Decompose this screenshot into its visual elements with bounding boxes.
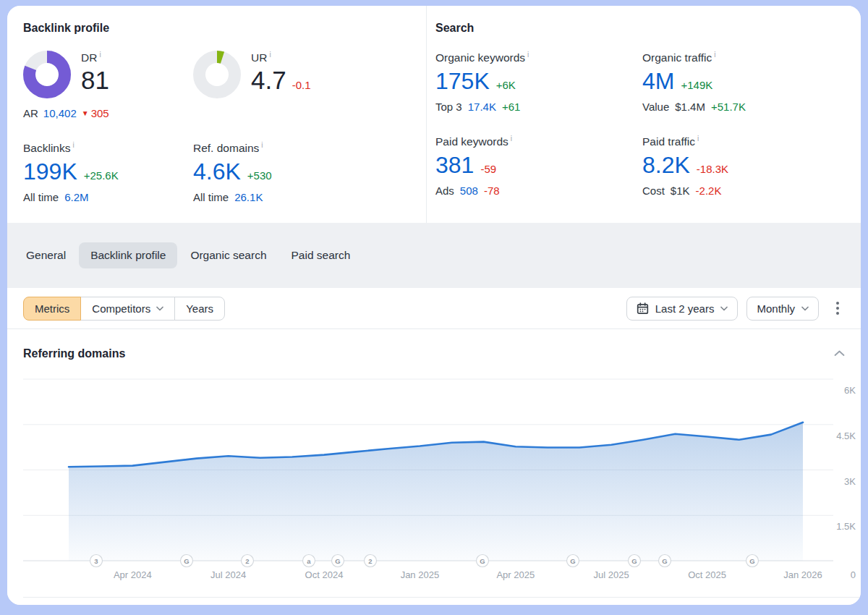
organic-traffic-delta: +149K [681, 80, 712, 91]
search-title: Search [435, 22, 861, 35]
stats-card: Backlink profile DRi 81 [7, 6, 861, 223]
svg-text:a: a [307, 557, 311, 565]
paid-keywords-delta: -59 [480, 164, 496, 175]
granularity-button[interactable]: Monthly [746, 297, 819, 321]
ar-delta: 305 [91, 107, 109, 119]
info-icon[interactable]: i [511, 135, 512, 143]
info-icon[interactable]: i [527, 51, 529, 59]
competitors-segment[interactable]: Competitors [80, 297, 175, 321]
ads-value[interactable]: 508 [460, 184, 478, 197]
top3-value[interactable]: 17.4K [468, 101, 496, 113]
backlink-profile-section: Backlink profile DRi 81 [7, 6, 427, 223]
organic-traffic-metric: Organic traffici 4M+149K Value$1.4M+51.7… [642, 51, 861, 113]
ref-domains-metric: Ref. domainsi 4.6K+530 All time26.1K [193, 141, 426, 203]
svg-text:2: 2 [368, 557, 372, 565]
cost-delta: -2.2K [696, 184, 722, 197]
top3-label: Top 3 [435, 101, 462, 113]
organic-keywords-value[interactable]: 175K [435, 69, 490, 94]
more-options-kebab-icon[interactable] [830, 299, 845, 318]
value-label: Value [642, 101, 669, 113]
svg-text:2: 2 [245, 557, 249, 565]
ar-value[interactable]: 10,402 [43, 107, 77, 119]
dr-metric: DRi 81 AR 10,402 ▼ 305 [23, 51, 193, 119]
paid-traffic-value[interactable]: 8.2K [642, 153, 690, 178]
svg-text:Jul 2025: Jul 2025 [594, 569, 629, 580]
info-icon[interactable]: i [99, 51, 101, 59]
search-section: Search Organic keywordsi 175K+6K Top 317… [427, 6, 861, 223]
all-time-value[interactable]: 6.2M [64, 191, 88, 203]
svg-text:G: G [631, 557, 637, 565]
svg-text:0: 0 [851, 569, 856, 580]
svg-text:G: G [184, 557, 189, 565]
info-icon[interactable]: i [697, 135, 699, 143]
svg-text:G: G [749, 557, 754, 565]
arrow-down-icon: ▼ [82, 109, 89, 117]
chevron-down-icon [156, 306, 163, 311]
referring-domains-chart[interactable]: 6K4.5K3K1.5KApr 2024Jul 2024Oct 2024Jan … [23, 373, 861, 590]
svg-text:4.5K: 4.5K [836, 430, 856, 441]
paid-traffic-label: Paid traffici [642, 135, 861, 148]
collapse-chevron-up-icon[interactable] [834, 350, 845, 357]
organic-traffic-value[interactable]: 4M [642, 69, 674, 94]
organic-keywords-metric: Organic keywordsi 175K+6K Top 317.4K+61 [435, 51, 642, 113]
info-icon[interactable]: i [261, 141, 263, 149]
svg-text:Apr 2024: Apr 2024 [114, 569, 152, 580]
tab-general[interactable]: General [14, 242, 77, 268]
organic-keywords-label: Organic keywordsi [435, 51, 642, 64]
ref-domains-value[interactable]: 4.6K [193, 160, 241, 184]
svg-text:1.5K: 1.5K [836, 521, 856, 532]
backlink-profile-title: Backlink profile [23, 22, 426, 35]
granularity-label: Monthly [757, 302, 795, 315]
dr-donut-chart [23, 51, 71, 98]
svg-text:Jan 2025: Jan 2025 [401, 569, 440, 580]
ref-domains-label: Ref. domainsi [193, 141, 426, 155]
svg-text:G: G [662, 557, 667, 565]
all-time-value[interactable]: 26.1K [234, 191, 263, 203]
svg-text:3K: 3K [844, 476, 856, 487]
svg-text:6K: 6K [844, 385, 856, 396]
svg-text:3: 3 [94, 557, 98, 565]
view-segmented-control: Metrics Competitors Years [23, 297, 225, 321]
organic-traffic-label: Organic traffici [642, 51, 861, 64]
value-amount: $1.4M [675, 101, 705, 113]
ar-label: AR [23, 107, 38, 119]
backlinks-value[interactable]: 199K [23, 160, 77, 184]
tab-organic-search[interactable]: Organic search [179, 242, 278, 268]
metrics-segment[interactable]: Metrics [23, 297, 81, 321]
backlink-report-card: Metrics Competitors Years [7, 288, 861, 605]
svg-text:Jan 2026: Jan 2026 [783, 569, 822, 580]
info-icon[interactable]: i [269, 51, 271, 59]
overview-panel: Backlink profile DRi 81 [7, 6, 861, 605]
paid-keywords-label: Paid keywordsi [435, 135, 642, 148]
tab-paid-search[interactable]: Paid search [280, 242, 362, 268]
paid-keywords-value[interactable]: 381 [435, 153, 474, 178]
dr-label: DRi [81, 51, 109, 64]
info-icon[interactable]: i [714, 51, 715, 59]
dr-value: 81 [81, 67, 109, 95]
ads-label: Ads [435, 184, 454, 197]
svg-text:Jul 2024: Jul 2024 [210, 569, 246, 580]
svg-text:G: G [480, 557, 485, 565]
info-icon[interactable]: i [72, 141, 74, 149]
report-tabs: General Backlink profile Organic search … [7, 223, 861, 288]
chart-title: Referring domains [23, 347, 125, 360]
years-segment[interactable]: Years [174, 297, 225, 321]
ar-row: AR 10,402 ▼ 305 [23, 107, 193, 119]
paid-keywords-metric: Paid keywordsi 381-59 Ads508-78 [435, 135, 642, 197]
ref-domains-delta: +530 [247, 170, 272, 182]
paid-traffic-metric: Paid traffici 8.2K-18.3K Cost$1K-2.2K [642, 135, 861, 197]
organic-keywords-delta: +6K [496, 80, 516, 91]
date-range-button[interactable]: Last 2 years [626, 297, 739, 321]
backlinks-delta: +25.6K [84, 170, 119, 182]
tab-backlink-profile[interactable]: Backlink profile [79, 242, 177, 268]
backlinks-label: Backlinksi [23, 141, 193, 155]
svg-text:Oct 2024: Oct 2024 [305, 569, 344, 580]
svg-text:G: G [570, 557, 575, 565]
ads-delta: -78 [484, 184, 500, 197]
backlinks-metric: Backlinksi 199K+25.6K All time6.2M [23, 141, 193, 203]
svg-text:G: G [335, 557, 340, 565]
all-time-label: All time [193, 191, 229, 203]
chevron-down-icon [801, 306, 809, 311]
ur-label: URi [251, 51, 311, 64]
chart-toolbar: Metrics Competitors Years [7, 288, 861, 329]
